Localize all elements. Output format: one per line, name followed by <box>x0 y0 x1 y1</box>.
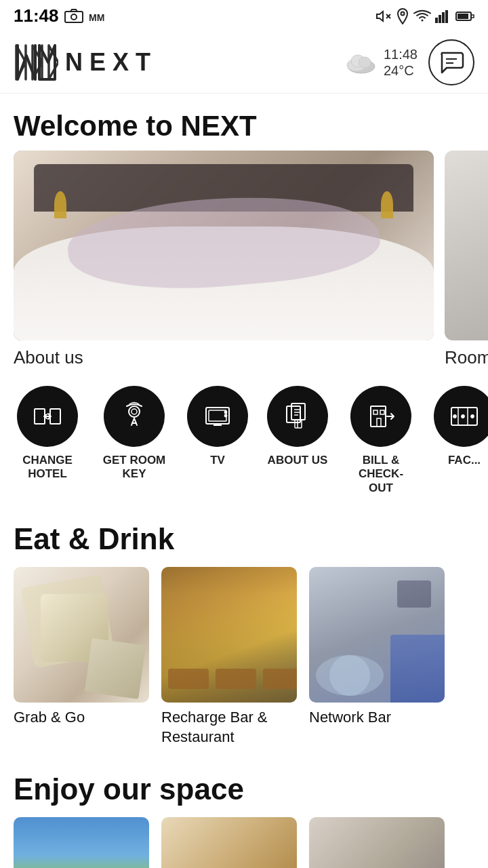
hero-card-about[interactable]: About us <box>14 151 434 372</box>
chat-button[interactable] <box>428 39 474 85</box>
quick-action-facilities[interactable]: FAC... <box>434 386 488 467</box>
header: NEXT 11:48 24°C <box>0 32 488 94</box>
location-icon <box>396 8 409 24</box>
welcome-title: Welcome to NEXT <box>14 110 474 142</box>
quick-action-about-us[interactable]: ABOUT US <box>267 386 328 467</box>
eat-drink-section: Eat & Drink Grab & Go <box>0 509 488 752</box>
bill-icon <box>365 401 396 432</box>
svg-rect-9 <box>445 10 448 23</box>
facilities-label: FAC... <box>448 454 481 467</box>
quick-action-change-hotel[interactable]: CHANGE HOTEL <box>14 386 81 481</box>
network-label: Network Bar <box>309 708 445 728</box>
svg-rect-20 <box>50 409 60 424</box>
svg-rect-0 <box>65 12 83 22</box>
quick-action-room-key[interactable]: GET ROOM KEY <box>100 386 168 481</box>
welcome-section: Welcome to NEXT <box>0 94 488 151</box>
change-hotel-icon <box>32 401 63 432</box>
bill-icon-circle[interactable] <box>350 386 411 447</box>
svg-point-44 <box>453 415 456 418</box>
hero-card-room-label: Room <box>445 340 488 372</box>
logo-icon <box>11 39 58 86</box>
hero-card-about-img[interactable] <box>14 151 434 340</box>
mm-icon: MM <box>89 9 105 24</box>
svg-rect-39 <box>380 410 384 414</box>
eat-card-grab-go[interactable]: Grab & Go <box>14 567 149 747</box>
facilities-icon-circle[interactable] <box>434 386 488 447</box>
hero-cards-scroll[interactable]: About us Room <box>0 151 488 372</box>
svg-point-16 <box>359 57 371 68</box>
eat-drink-title: Eat & Drink <box>0 509 488 567</box>
enjoy-card-lounge[interactable] <box>309 817 445 868</box>
change-hotel-icon-circle[interactable] <box>17 386 78 447</box>
svg-rect-7 <box>439 15 441 23</box>
room-key-icon-circle[interactable] <box>104 386 165 447</box>
svg-point-22 <box>131 409 137 414</box>
svg-point-1 <box>71 14 77 20</box>
svg-rect-8 <box>442 12 445 23</box>
cloud-icon <box>344 50 378 75</box>
photo-icon <box>64 9 83 24</box>
quick-action-bill-checkout[interactable]: BILL &CHECK-OUT <box>347 386 415 495</box>
svg-point-29 <box>225 415 227 417</box>
svg-point-45 <box>462 415 464 418</box>
tv-icon-circle[interactable] <box>187 386 248 447</box>
quick-action-tv[interactable]: TV <box>187 386 248 467</box>
enjoy-scroll[interactable] <box>0 817 488 868</box>
svg-text:MM: MM <box>89 12 104 23</box>
logo-text: NEXT <box>65 48 157 77</box>
grab-go-img[interactable] <box>14 567 149 703</box>
room-key-label: GET ROOM KEY <box>100 454 168 481</box>
status-time: 11:48 <box>14 5 59 26</box>
svg-rect-11 <box>458 14 468 19</box>
about-us-icon-circle[interactable] <box>267 386 328 447</box>
battery-icon <box>455 11 474 22</box>
tv-icon <box>202 401 233 432</box>
eat-drink-scroll[interactable]: Grab & Go Recharge Bar &Restaurant <box>0 567 488 752</box>
svg-point-21 <box>129 406 140 417</box>
hero-card-room[interactable]: Room <box>445 151 488 372</box>
weather-temp: 11:48 24°C <box>384 46 418 79</box>
signal-icon <box>435 9 451 23</box>
about-us-icon <box>282 401 313 432</box>
enjoy-title: Enjoy our space <box>0 759 488 817</box>
bill-checkout-label: BILL &CHECK-OUT <box>347 454 415 495</box>
svg-rect-6 <box>435 18 438 23</box>
svg-rect-37 <box>371 406 386 427</box>
svg-rect-19 <box>35 409 45 424</box>
eat-card-recharge[interactable]: Recharge Bar &Restaurant <box>161 567 297 747</box>
room-key-icon <box>119 401 150 432</box>
quick-actions-scroll[interactable]: CHANGE HOTEL GET ROOM KEY <box>0 372 488 509</box>
chat-icon <box>439 50 464 75</box>
recharge-img[interactable] <box>161 567 297 703</box>
grab-go-label: Grab & Go <box>14 708 149 728</box>
svg-rect-40 <box>377 418 381 427</box>
svg-rect-25 <box>209 410 226 421</box>
weather-area: 11:48 24°C <box>344 46 418 79</box>
eat-card-network[interactable]: Network Bar <box>309 567 445 747</box>
mute-icon <box>375 8 392 24</box>
recharge-label: Recharge Bar &Restaurant <box>161 708 297 747</box>
logo-area: NEXT <box>11 39 157 86</box>
svg-point-5 <box>401 12 405 15</box>
enjoy-card-outdoor[interactable] <box>14 817 149 868</box>
status-bar: 11:48 MM <box>0 0 488 32</box>
svg-rect-38 <box>373 410 378 414</box>
facilities-icon <box>449 401 480 432</box>
enjoy-card-indoor[interactable] <box>161 817 297 868</box>
change-hotel-label: CHANGE HOTEL <box>14 454 81 481</box>
network-img[interactable] <box>309 567 445 703</box>
svg-point-46 <box>471 415 474 418</box>
hero-card-about-label: About us <box>14 340 434 372</box>
enjoy-section: Enjoy our space <box>0 759 488 868</box>
wifi-icon <box>413 9 431 23</box>
header-right: 11:48 24°C <box>344 39 474 85</box>
about-us-label: ABOUT US <box>268 454 328 467</box>
svg-point-28 <box>225 412 227 414</box>
tv-label: TV <box>210 454 225 467</box>
hero-card-room-img[interactable] <box>445 151 488 340</box>
